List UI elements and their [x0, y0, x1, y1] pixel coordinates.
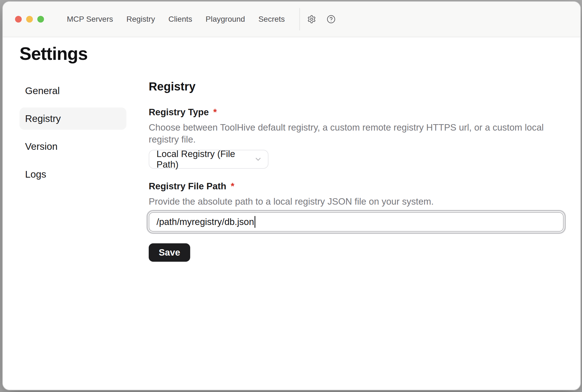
registry-file-path-label: Registry File Path — [149, 180, 226, 192]
registry-type-select[interactable]: Local Registry (File Path) — [149, 150, 268, 169]
nav-item-registry[interactable]: Registry — [126, 15, 155, 24]
required-asterisk: * — [213, 106, 217, 118]
settings-page: Settings General Registry Version Logs R… — [3, 44, 580, 262]
main-nav: MCP Servers Registry Clients Playground … — [67, 15, 285, 24]
close-window-button[interactable] — [15, 16, 22, 23]
registry-type-label-row: Registry Type * — [149, 106, 564, 118]
nav-item-clients[interactable]: Clients — [168, 15, 192, 24]
app-window: MCP Servers Registry Clients Playground … — [2, 1, 581, 390]
registry-type-selected-value: Local Registry (File Path) — [156, 149, 254, 170]
zoom-window-button[interactable] — [37, 16, 44, 23]
settings-sidebar: General Registry Version Logs — [19, 80, 126, 261]
window-titlebar: MCP Servers Registry Clients Playground … — [3, 2, 580, 37]
registry-file-path-description: Provide the absolute path to a local reg… — [149, 196, 564, 208]
nav-item-mcp-servers[interactable]: MCP Servers — [67, 15, 113, 24]
registry-type-description: Choose between ToolHive default registry… — [149, 122, 564, 146]
settings-layout: General Registry Version Logs Registry R… — [19, 80, 564, 261]
registry-file-path-label-row: Registry File Path * — [149, 180, 564, 192]
registry-settings-panel: Registry Registry Type * Choose between … — [149, 80, 564, 261]
nav-item-secrets[interactable]: Secrets — [258, 15, 285, 24]
minimize-window-button[interactable] — [26, 16, 33, 23]
page-title: Settings — [19, 44, 564, 63]
titlebar-divider — [299, 8, 300, 30]
nav-item-playground[interactable]: Playground — [206, 15, 245, 24]
settings-tab-general[interactable]: General — [19, 80, 126, 102]
section-heading: Registry — [149, 81, 564, 92]
required-asterisk: * — [231, 180, 234, 192]
titlebar-actions — [307, 15, 336, 24]
settings-tab-version[interactable]: Version — [19, 135, 126, 158]
text-cursor — [255, 216, 255, 228]
gear-icon — [307, 15, 316, 24]
settings-tab-logs[interactable]: Logs — [19, 163, 126, 185]
save-button[interactable]: Save — [149, 243, 190, 262]
settings-tab-registry[interactable]: Registry — [19, 107, 126, 130]
window-controls — [3, 16, 44, 23]
registry-file-path-value: /path/myregistry/db.json — [156, 217, 254, 227]
settings-gear-button[interactable] — [307, 15, 316, 24]
help-button[interactable] — [327, 15, 336, 24]
help-circle-icon — [327, 15, 336, 24]
registry-file-path-input[interactable]: /path/myregistry/db.json — [149, 212, 564, 232]
chevron-down-icon — [254, 155, 262, 163]
registry-type-label: Registry Type — [149, 106, 209, 118]
